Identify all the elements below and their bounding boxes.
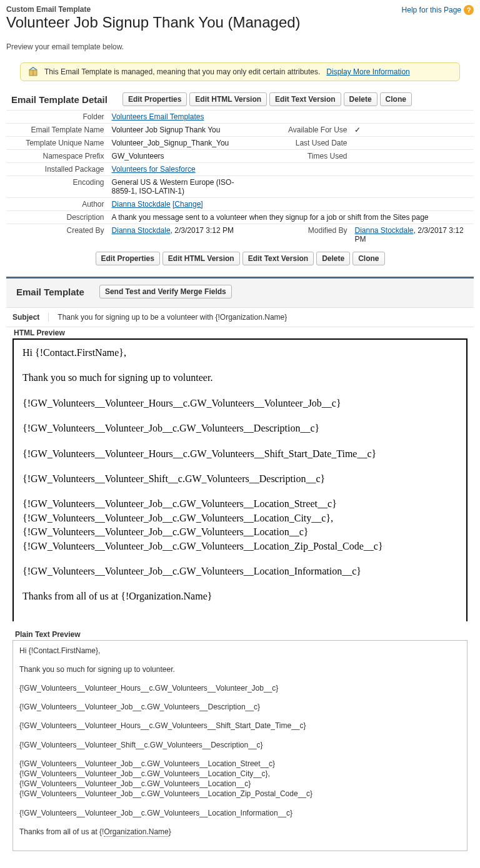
created-by-date: , 2/3/2017 3:12 PM [171,226,234,235]
clone-button[interactable]: Clone [380,92,412,106]
plain-preview-label: Plain Text Preview [6,621,474,640]
managed-banner-text: This Email Template is managed, meaning … [44,67,320,76]
html-merge-3: {!GW_Volunteers__Volunteer_Hours__c.GW_V… [22,447,458,461]
installed-pkg-label: Installed Package [6,163,109,176]
org-name-merge-link[interactable]: Organization.Name [104,827,168,837]
last-used-value [352,137,474,150]
description-value: A thank you message sent to a volunteer … [109,211,474,224]
plain-merge-3: {!GW_Volunteers__Volunteer_Hours__c.GW_V… [19,721,461,731]
plain-merge-5: {!GW_Volunteers__Volunteer_Job__c.GW_Vol… [19,808,461,818]
subject-value: Thank you for signing up to be a volunte… [58,313,287,322]
html-closing: Thanks from all of us at {!Organization.… [22,589,458,603]
html-merge-2: {!GW_Volunteers__Volunteer_Job__c.GW_Vol… [22,422,458,435]
package-icon [28,67,38,77]
page-type: Custom Email Template [6,5,301,14]
plain-intro: Thank you so much for signing up to volu… [19,664,461,674]
clone-button-bottom[interactable]: Clone [352,252,384,265]
plain-loc-4: {!GW_Volunteers__Volunteer_Job__c.GW_Vol… [19,789,461,799]
modified-by-label: Modified By [249,224,352,246]
created-by-link[interactable]: Dianna Stockdale [112,226,171,235]
html-loc-1: {!GW_Volunteers__Volunteer_Job__c.GW_Vol… [22,497,458,511]
plain-merge-1: {!GW_Volunteers__Volunteer_Hours__c.GW_V… [19,683,461,693]
template-name-label: Email Template Name [6,124,109,137]
description-label: Description [6,211,109,224]
edit-text-button-bottom[interactable]: Edit Text Version [242,252,314,265]
unique-name-label: Template Unique Name [6,137,109,150]
html-location-block: {!GW_Volunteers__Volunteer_Job__c.GW_Vol… [22,497,458,553]
template-name-value: Volunteer Job Signup Thank You [109,124,249,137]
detail-section-title: Email Template Detail [6,94,108,105]
plain-merge-2: {!GW_Volunteers__Volunteer_Job__c.GW_Vol… [19,702,461,712]
folder-label: Folder [6,111,109,124]
subject-label: Subject [12,313,49,322]
plain-greeting: Hi {!Contact.FirstName}, [19,646,461,656]
html-preview-label: HTML Preview [6,327,474,338]
display-more-info-link[interactable]: Display More Information [326,67,409,76]
author-change-link[interactable]: [Change] [172,200,203,209]
preview-note: Preview your email template below. [6,42,474,51]
edit-properties-button[interactable]: Edit Properties [122,92,187,106]
times-used-label: Times Used [249,150,352,163]
author-label: Author [6,198,109,211]
plain-preview-box: Hi {!Contact.FirstName}, Thank you so mu… [12,640,468,851]
installed-pkg-link[interactable]: Volunteers for Salesforce [112,165,196,174]
page-title: Volunteer Job Signup Thank You (Managed) [6,14,301,31]
edit-text-button[interactable]: Edit Text Version [269,92,341,106]
template-section: Email Template Send Test and Verify Merg… [6,277,474,851]
available-check: ✓ [352,124,474,137]
plain-merge-4: {!GW_Volunteers__Volunteer_Shift__c.GW_V… [19,740,461,750]
edit-html-button-bottom[interactable]: Edit HTML Version [162,252,240,265]
detail-table: Folder Volunteers Email Templates Email … [6,110,474,245]
edit-properties-button-bottom[interactable]: Edit Properties [96,252,160,265]
html-merge-1: {!GW_Volunteers__Volunteer_Hours__c.GW_V… [22,397,458,410]
delete-button[interactable]: Delete [344,92,378,106]
html-loc-4: {!GW_Volunteers__Volunteer_Job__c.GW_Vol… [22,540,458,553]
html-loc-2: {!GW_Volunteers__Volunteer_Job__c.GW_Vol… [22,511,458,525]
created-by-label: Created By [6,224,109,246]
plain-loc-2: {!GW_Volunteers__Volunteer_Job__c.GW_Vol… [19,769,461,779]
modified-by-link[interactable]: Dianna Stockdale [354,226,413,235]
last-used-label: Last Used Date [249,137,352,150]
encoding-value: General US & Western Europe (ISO-8859-1,… [109,176,249,198]
html-preview-box: Hi {!Contact.FirstName}, Thank you so mu… [12,338,468,621]
managed-banner: This Email Template is managed, meaning … [20,62,460,81]
html-merge-5: {!GW_Volunteers__Volunteer_Job__c.GW_Vol… [22,565,458,578]
available-label: Available For Use [249,124,352,137]
help-link-text: Help for this Page [402,6,461,14]
send-test-button[interactable]: Send Test and Verify Merge Fields [99,285,232,298]
plain-closing: Thanks from all of us at {!Organization.… [19,827,461,837]
subject-bar: Subject Thank you for signing up to be a… [6,307,474,327]
html-intro: Thank you so much for signing up to volu… [22,371,458,385]
namespace-value: GW_Volunteers [109,150,249,163]
plain-loc-1: {!GW_Volunteers__Volunteer_Job__c.GW_Vol… [19,759,461,769]
template-section-title: Email Template [11,287,84,297]
help-link[interactable]: Help for this Page ? [402,5,474,15]
html-loc-3: {!GW_Volunteers__Volunteer_Job__c.GW_Vol… [22,525,458,539]
times-used-value [352,150,474,163]
plain-loc-3: {!GW_Volunteers__Volunteer_Job__c.GW_Vol… [19,779,461,789]
html-merge-4: {!GW_Volunteers__Volunteer_Shift__c.GW_V… [22,472,458,486]
edit-html-button[interactable]: Edit HTML Version [189,92,267,106]
delete-button-bottom[interactable]: Delete [316,252,350,265]
html-greeting: Hi {!Contact.FirstName}, [22,346,458,360]
plain-location-block: {!GW_Volunteers__Volunteer_Job__c.GW_Vol… [19,759,461,799]
help-icon: ? [464,5,474,15]
encoding-label: Encoding [6,176,109,198]
namespace-label: Namespace Prefix [6,150,109,163]
unique-name-value: Volunteer_Job_Signup_Thank_You [109,137,249,150]
author-link[interactable]: Dianna Stockdale [112,200,171,209]
folder-link[interactable]: Volunteers Email Templates [112,112,204,121]
